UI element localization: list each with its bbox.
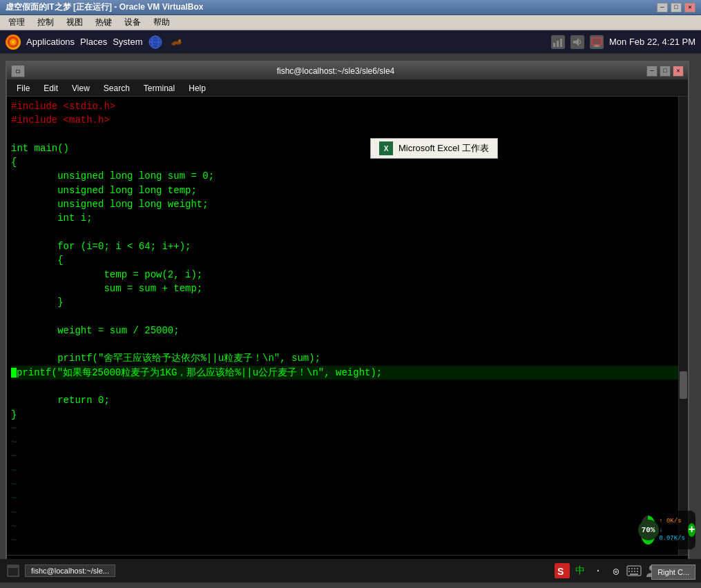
svg-rect-26 (628, 571, 630, 572)
vm-menu-control[interactable]: 控制 (32, 15, 59, 30)
svg-rect-11 (560, 39, 562, 47)
code-line-blank-4 (11, 337, 684, 351)
scrollbar-thumb[interactable] (680, 371, 687, 399)
tilde-5: ~ (11, 478, 684, 491)
code-line-14: weight = sum / 25000; (11, 324, 684, 337)
terminal-close-button[interactable]: ✕ (673, 66, 684, 77)
term-menu-file[interactable]: File (11, 82, 35, 95)
tilde-6: ~ (11, 491, 684, 505)
panel-apps-group: Applications Places System (6, 35, 184, 50)
code-line-15: printf("舍罕王应该给予达依尔%||u粒麦子！\n", sum); (11, 351, 684, 365)
punctuation-icon[interactable]: · (590, 563, 606, 578)
term-menu-view[interactable]: View (66, 82, 95, 95)
globe-icon[interactable] (148, 35, 163, 50)
display-icon[interactable] (590, 35, 604, 49)
network-plus-button[interactable]: + (688, 523, 695, 537)
bird-icon[interactable] (169, 35, 184, 50)
code-line-3: int main() (11, 141, 684, 155)
code-line-blank-3 (11, 309, 684, 323)
terminal-minimize-button[interactable]: — (646, 66, 657, 77)
terminal-titlebar: ◻ fishc@localhost:~/sle3/sle6/sle4 — □ ✕ (7, 62, 688, 80)
terminal-window-controls: — □ ✕ (646, 66, 684, 77)
rightclick-label: Right C... (657, 568, 689, 576)
term-menu-help[interactable]: Help (183, 82, 211, 95)
tilde-9: ~ (11, 533, 684, 547)
term-menu-search[interactable]: Search (98, 82, 135, 95)
vm-title: 虚空假面的IT之梦 [正在运行] - Oracle VM VirtualBox (6, 1, 203, 13)
keyboard-icon[interactable] (626, 563, 642, 578)
desktop-panel: Applications Places System (0, 30, 701, 54)
svg-rect-14 (592, 38, 602, 45)
taskbar-terminal-button[interactable]: fishc@localhost:~/sle... (25, 565, 115, 577)
term-menu-terminal[interactable]: Terminal (138, 82, 180, 95)
code-line-5: unsigned long long sum = 0; (11, 169, 684, 183)
terminal-scrollbar[interactable] (678, 97, 688, 555)
code-line-12: sum = sum + temp; (11, 282, 684, 295)
code-line-17: return 0; (11, 393, 684, 407)
vm-close-button[interactable]: ✕ (684, 3, 695, 12)
places-menu[interactable]: Places (80, 37, 107, 47)
code-line-8: int i; (11, 211, 684, 225)
apps-icon (6, 35, 21, 50)
code-line-13: } (11, 295, 684, 309)
fullwidth-icon[interactable]: ◎ (608, 563, 624, 578)
code-line-blank-5 (11, 380, 684, 393)
svg-rect-25 (637, 568, 638, 569)
code-line-4: { (11, 155, 684, 169)
net-up-icon: ↑ 0K/s (659, 517, 685, 526)
vm-menu-view[interactable]: 视图 (61, 15, 88, 30)
terminal-icon: ◻ (11, 65, 25, 77)
terminal-menubar: File Edit View Search Terminal Help (7, 80, 688, 97)
panel-right: Mon Feb 22, 4:21 PM (551, 35, 695, 49)
vm-menu-manage[interactable]: 管理 (3, 15, 30, 30)
system-menu[interactable]: System (113, 37, 142, 47)
network-widget[interactable]: 70% ↑ 0K/s ↓ 0.07K/s + (640, 511, 695, 549)
net-down-icon: ↓ 0.07K/s (659, 526, 685, 543)
applications-menu[interactable]: Applications (26, 37, 75, 47)
vm-titlebar: 虚空假面的IT之梦 [正在运行] - Oracle VM VirtualBox … (0, 0, 701, 15)
code-line-2: #include <math.h> (11, 113, 684, 127)
code-line-10: { (11, 253, 684, 267)
code-line-blank-1 (11, 128, 684, 141)
chinese-input-icon[interactable]: 中 (573, 563, 588, 578)
rightclick-button[interactable]: Right C... (651, 565, 695, 580)
cursor (11, 368, 17, 378)
sogou-icon[interactable]: S (555, 563, 570, 578)
tilde-10: ~ (11, 548, 684, 554)
svg-rect-29 (637, 571, 638, 572)
datetime-display: Mon Feb 22, 4:21 PM (609, 37, 695, 47)
svg-text:S: S (557, 566, 564, 577)
tray-left: fishc@localhost:~/sle... (6, 563, 115, 578)
svg-rect-10 (557, 41, 559, 47)
svg-rect-18 (8, 565, 19, 568)
upload-speed: 0K/s (666, 518, 682, 525)
code-line-9: for (i=0; i < 64; i++); (11, 239, 684, 253)
taskbar-terminal-label: fishc@localhost:~/sle... (31, 567, 109, 575)
vm-menu-hotkey[interactable]: 热键 (90, 15, 117, 30)
term-menu-edit[interactable]: Edit (38, 82, 64, 95)
vm-menu-help[interactable]: 帮助 (148, 15, 175, 30)
vm-menu-devices[interactable]: 设备 (119, 15, 146, 30)
terminal-content[interactable]: #include <stdio.h> #include <math.h> int… (7, 97, 688, 553)
system-tray: fishc@localhost:~/sle... S 中 · ◎ (0, 559, 701, 582)
download-speed: 0.07K/s (659, 535, 685, 542)
tilde-2: ~ (11, 435, 684, 449)
tilde-7: ~ (11, 506, 684, 520)
vm-minimize-button[interactable]: — (657, 3, 668, 12)
tray-terminal-icon (6, 563, 21, 578)
code-line-1: #include <stdio.h> (11, 99, 684, 113)
code-line-blank-2 (11, 226, 684, 239)
network-icon[interactable] (551, 35, 565, 49)
svg-rect-23 (631, 568, 633, 569)
terminal-restore-button[interactable]: □ (660, 66, 671, 77)
svg-rect-27 (631, 571, 633, 572)
tilde-8: ~ (11, 520, 684, 533)
svg-rect-16 (593, 46, 600, 47)
volume-icon[interactable] (570, 35, 584, 49)
terminal-title: fishc@localhost:~/sle3/sle6/sle4 (25, 66, 646, 76)
svg-rect-24 (634, 568, 635, 569)
tilde-1: ~ (11, 422, 684, 435)
svg-rect-15 (595, 45, 599, 46)
vm-maximize-button[interactable]: □ (671, 3, 682, 12)
gnome-icon (6, 35, 21, 50)
